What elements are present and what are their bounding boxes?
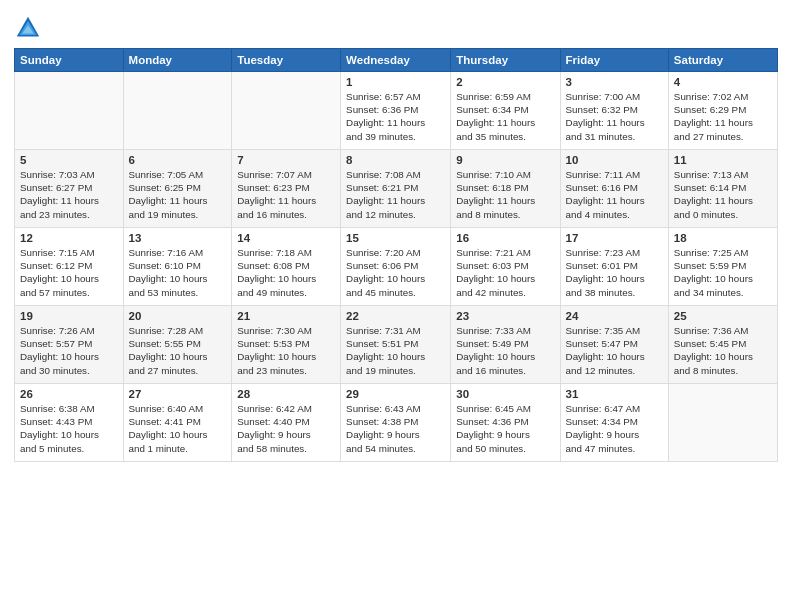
week-row-0: 1Sunrise: 6:57 AM Sunset: 6:36 PM Daylig… <box>15 72 778 150</box>
day-number: 18 <box>674 232 772 244</box>
calendar-cell: 3Sunrise: 7:00 AM Sunset: 6:32 PM Daylig… <box>560 72 668 150</box>
day-number: 6 <box>129 154 227 166</box>
day-number: 21 <box>237 310 335 322</box>
day-info: Sunrise: 7:28 AM Sunset: 5:55 PM Dayligh… <box>129 324 227 377</box>
day-info: Sunrise: 7:05 AM Sunset: 6:25 PM Dayligh… <box>129 168 227 221</box>
calendar-cell: 8Sunrise: 7:08 AM Sunset: 6:21 PM Daylig… <box>341 150 451 228</box>
calendar-cell: 24Sunrise: 7:35 AM Sunset: 5:47 PM Dayli… <box>560 306 668 384</box>
calendar-cell: 2Sunrise: 6:59 AM Sunset: 6:34 PM Daylig… <box>451 72 560 150</box>
calendar-cell <box>123 72 232 150</box>
calendar-cell: 22Sunrise: 7:31 AM Sunset: 5:51 PM Dayli… <box>341 306 451 384</box>
calendar-cell: 14Sunrise: 7:18 AM Sunset: 6:08 PM Dayli… <box>232 228 341 306</box>
calendar-cell: 31Sunrise: 6:47 AM Sunset: 4:34 PM Dayli… <box>560 384 668 462</box>
calendar-cell: 12Sunrise: 7:15 AM Sunset: 6:12 PM Dayli… <box>15 228 124 306</box>
day-number: 20 <box>129 310 227 322</box>
day-number: 1 <box>346 76 445 88</box>
calendar-cell: 21Sunrise: 7:30 AM Sunset: 5:53 PM Dayli… <box>232 306 341 384</box>
day-info: Sunrise: 7:26 AM Sunset: 5:57 PM Dayligh… <box>20 324 118 377</box>
day-number: 11 <box>674 154 772 166</box>
calendar-cell: 13Sunrise: 7:16 AM Sunset: 6:10 PM Dayli… <box>123 228 232 306</box>
day-info: Sunrise: 7:13 AM Sunset: 6:14 PM Dayligh… <box>674 168 772 221</box>
calendar-cell: 11Sunrise: 7:13 AM Sunset: 6:14 PM Dayli… <box>668 150 777 228</box>
day-info: Sunrise: 7:21 AM Sunset: 6:03 PM Dayligh… <box>456 246 554 299</box>
day-number: 14 <box>237 232 335 244</box>
day-info: Sunrise: 7:20 AM Sunset: 6:06 PM Dayligh… <box>346 246 445 299</box>
day-info: Sunrise: 7:33 AM Sunset: 5:49 PM Dayligh… <box>456 324 554 377</box>
calendar-cell: 18Sunrise: 7:25 AM Sunset: 5:59 PM Dayli… <box>668 228 777 306</box>
calendar-table: SundayMondayTuesdayWednesdayThursdayFrid… <box>14 48 778 462</box>
header-day-saturday: Saturday <box>668 49 777 72</box>
calendar-cell: 10Sunrise: 7:11 AM Sunset: 6:16 PM Dayli… <box>560 150 668 228</box>
week-row-1: 5Sunrise: 7:03 AM Sunset: 6:27 PM Daylig… <box>15 150 778 228</box>
day-info: Sunrise: 7:35 AM Sunset: 5:47 PM Dayligh… <box>566 324 663 377</box>
day-number: 19 <box>20 310 118 322</box>
day-number: 24 <box>566 310 663 322</box>
header-day-tuesday: Tuesday <box>232 49 341 72</box>
day-info: Sunrise: 6:57 AM Sunset: 6:36 PM Dayligh… <box>346 90 445 143</box>
day-number: 29 <box>346 388 445 400</box>
week-row-3: 19Sunrise: 7:26 AM Sunset: 5:57 PM Dayli… <box>15 306 778 384</box>
calendar-cell: 28Sunrise: 6:42 AM Sunset: 4:40 PM Dayli… <box>232 384 341 462</box>
calendar-cell: 6Sunrise: 7:05 AM Sunset: 6:25 PM Daylig… <box>123 150 232 228</box>
calendar-cell: 1Sunrise: 6:57 AM Sunset: 6:36 PM Daylig… <box>341 72 451 150</box>
day-number: 7 <box>237 154 335 166</box>
day-info: Sunrise: 6:40 AM Sunset: 4:41 PM Dayligh… <box>129 402 227 455</box>
calendar-cell: 20Sunrise: 7:28 AM Sunset: 5:55 PM Dayli… <box>123 306 232 384</box>
calendar-cell: 27Sunrise: 6:40 AM Sunset: 4:41 PM Dayli… <box>123 384 232 462</box>
day-info: Sunrise: 7:36 AM Sunset: 5:45 PM Dayligh… <box>674 324 772 377</box>
header-day-sunday: Sunday <box>15 49 124 72</box>
day-info: Sunrise: 7:23 AM Sunset: 6:01 PM Dayligh… <box>566 246 663 299</box>
calendar-cell: 29Sunrise: 6:43 AM Sunset: 4:38 PM Dayli… <box>341 384 451 462</box>
day-number: 2 <box>456 76 554 88</box>
day-info: Sunrise: 6:45 AM Sunset: 4:36 PM Dayligh… <box>456 402 554 455</box>
day-info: Sunrise: 7:10 AM Sunset: 6:18 PM Dayligh… <box>456 168 554 221</box>
day-info: Sunrise: 6:42 AM Sunset: 4:40 PM Dayligh… <box>237 402 335 455</box>
day-number: 17 <box>566 232 663 244</box>
header <box>14 10 778 42</box>
day-info: Sunrise: 7:25 AM Sunset: 5:59 PM Dayligh… <box>674 246 772 299</box>
day-number: 5 <box>20 154 118 166</box>
calendar-cell <box>15 72 124 150</box>
day-info: Sunrise: 7:16 AM Sunset: 6:10 PM Dayligh… <box>129 246 227 299</box>
calendar-cell <box>232 72 341 150</box>
calendar-cell: 25Sunrise: 7:36 AM Sunset: 5:45 PM Dayli… <box>668 306 777 384</box>
calendar-cell: 16Sunrise: 7:21 AM Sunset: 6:03 PM Dayli… <box>451 228 560 306</box>
day-info: Sunrise: 7:31 AM Sunset: 5:51 PM Dayligh… <box>346 324 445 377</box>
day-number: 16 <box>456 232 554 244</box>
day-info: Sunrise: 7:03 AM Sunset: 6:27 PM Dayligh… <box>20 168 118 221</box>
day-info: Sunrise: 7:11 AM Sunset: 6:16 PM Dayligh… <box>566 168 663 221</box>
calendar-cell: 17Sunrise: 7:23 AM Sunset: 6:01 PM Dayli… <box>560 228 668 306</box>
day-info: Sunrise: 6:43 AM Sunset: 4:38 PM Dayligh… <box>346 402 445 455</box>
calendar-cell: 4Sunrise: 7:02 AM Sunset: 6:29 PM Daylig… <box>668 72 777 150</box>
day-number: 31 <box>566 388 663 400</box>
day-info: Sunrise: 7:07 AM Sunset: 6:23 PM Dayligh… <box>237 168 335 221</box>
calendar-cell <box>668 384 777 462</box>
day-info: Sunrise: 6:38 AM Sunset: 4:43 PM Dayligh… <box>20 402 118 455</box>
calendar-cell: 19Sunrise: 7:26 AM Sunset: 5:57 PM Dayli… <box>15 306 124 384</box>
calendar-cell: 23Sunrise: 7:33 AM Sunset: 5:49 PM Dayli… <box>451 306 560 384</box>
calendar-cell: 15Sunrise: 7:20 AM Sunset: 6:06 PM Dayli… <box>341 228 451 306</box>
calendar-cell: 30Sunrise: 6:45 AM Sunset: 4:36 PM Dayli… <box>451 384 560 462</box>
header-day-friday: Friday <box>560 49 668 72</box>
day-number: 4 <box>674 76 772 88</box>
day-number: 22 <box>346 310 445 322</box>
header-row: SundayMondayTuesdayWednesdayThursdayFrid… <box>15 49 778 72</box>
day-info: Sunrise: 7:02 AM Sunset: 6:29 PM Dayligh… <box>674 90 772 143</box>
day-info: Sunrise: 6:47 AM Sunset: 4:34 PM Dayligh… <box>566 402 663 455</box>
calendar-cell: 9Sunrise: 7:10 AM Sunset: 6:18 PM Daylig… <box>451 150 560 228</box>
calendar-header: SundayMondayTuesdayWednesdayThursdayFrid… <box>15 49 778 72</box>
day-number: 26 <box>20 388 118 400</box>
day-number: 9 <box>456 154 554 166</box>
day-number: 23 <box>456 310 554 322</box>
calendar-cell: 7Sunrise: 7:07 AM Sunset: 6:23 PM Daylig… <box>232 150 341 228</box>
calendar-cell: 5Sunrise: 7:03 AM Sunset: 6:27 PM Daylig… <box>15 150 124 228</box>
day-info: Sunrise: 7:00 AM Sunset: 6:32 PM Dayligh… <box>566 90 663 143</box>
calendar-cell: 26Sunrise: 6:38 AM Sunset: 4:43 PM Dayli… <box>15 384 124 462</box>
header-day-wednesday: Wednesday <box>341 49 451 72</box>
day-number: 15 <box>346 232 445 244</box>
day-number: 10 <box>566 154 663 166</box>
header-day-thursday: Thursday <box>451 49 560 72</box>
day-number: 28 <box>237 388 335 400</box>
day-number: 13 <box>129 232 227 244</box>
week-row-2: 12Sunrise: 7:15 AM Sunset: 6:12 PM Dayli… <box>15 228 778 306</box>
